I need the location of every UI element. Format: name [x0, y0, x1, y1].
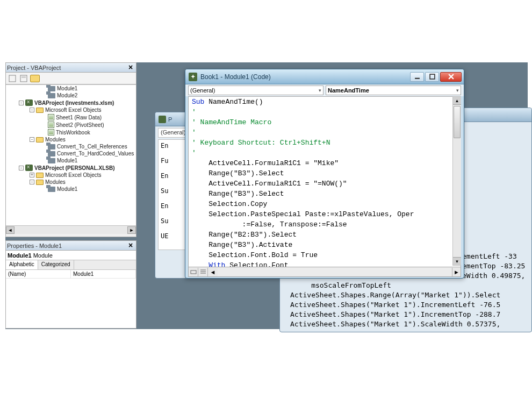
- folder-icon: [36, 137, 44, 142]
- tree-item[interactable]: ThisWorkbook: [6, 129, 136, 136]
- sheet-icon: [48, 122, 54, 128]
- svg-rect-7: [191, 270, 196, 274]
- tree-item[interactable]: Module1: [6, 157, 136, 164]
- project-toolbar: [6, 73, 136, 84]
- scroll-left-icon[interactable]: ◄: [208, 268, 218, 276]
- tree-item-label: Module1: [57, 158, 77, 163]
- procedure-combo[interactable]: NameAndTime▾: [326, 86, 461, 95]
- tree-item[interactable]: +Microsoft Excel Objects: [6, 172, 136, 179]
- tree-toggle-icon[interactable]: +: [30, 173, 34, 177]
- tree-item-label: Modules: [45, 179, 66, 185]
- property-row[interactable]: (Name) Module1: [6, 270, 136, 279]
- toggle-folders-icon[interactable]: [30, 75, 40, 82]
- tree-item[interactable]: -VBAProject (PERSONAL.XLSB): [6, 164, 136, 172]
- tree-item[interactable]: -VBAProject (Investments.xlsm): [6, 99, 136, 106]
- code-window-footer: ◄ ►: [188, 267, 461, 277]
- tree-item-label: Microsoft Excel Objects: [45, 172, 101, 178]
- properties-panel-title: Properties - Module1: [7, 243, 62, 249]
- tree-toggle-icon[interactable]: -: [19, 166, 24, 170]
- proj-icon: [25, 99, 33, 106]
- proj-icon: [25, 165, 33, 171]
- scrollbar-thumb[interactable]: [454, 106, 461, 138]
- tab-alphabetic[interactable]: Alphabetic: [6, 260, 38, 269]
- chevron-down-icon: ▾: [319, 88, 321, 93]
- property-name: (Name): [6, 270, 71, 278]
- chevron-down-icon: ▾: [456, 88, 459, 93]
- tree-toggle-icon[interactable]: -: [30, 108, 34, 112]
- scroll-up-icon[interactable]: ▲: [453, 97, 461, 105]
- tree-item[interactable]: Sheet1 (Raw Data): [6, 113, 136, 121]
- hscroll-track[interactable]: [218, 268, 452, 276]
- scroll-down-icon[interactable]: ▼: [453, 257, 461, 265]
- project-panel-title: Project - VBAProject: [7, 65, 61, 71]
- svg-rect-0: [9, 75, 16, 82]
- project-hscrollbar[interactable]: ◄ ►: [6, 225, 136, 234]
- procedure-view-icon[interactable]: [189, 268, 198, 276]
- svg-rect-1: [20, 75, 27, 82]
- code-window-combos: (General)▾ NameAndTime▾: [185, 84, 464, 96]
- tree-item[interactable]: Module1: [6, 85, 136, 92]
- folder-icon: [36, 173, 44, 178]
- maximize-button[interactable]: [425, 72, 439, 82]
- close-button[interactable]: [440, 72, 462, 82]
- minimize-button[interactable]: [410, 72, 424, 82]
- mod-icon: [48, 86, 55, 91]
- property-value[interactable]: Module1: [71, 270, 136, 278]
- code-window-titlebar[interactable]: ✦ Book1 - Module1 (Code): [185, 69, 464, 84]
- mod-icon: [48, 151, 55, 156]
- scroll-left-icon[interactable]: ◄: [6, 226, 15, 234]
- code-window: ✦ Book1 - Module1 (Code) (General)▾ Name…: [185, 69, 464, 279]
- tree-item[interactable]: Convert_To_HardCoded_Values: [6, 150, 136, 157]
- mod-icon: [48, 158, 55, 163]
- tree-item-label: ThisWorkbook: [56, 130, 90, 136]
- project-tree[interactable]: Module1Module2-VBAProject (Investments.x…: [6, 84, 136, 225]
- mod-icon: [48, 187, 55, 192]
- tree-item[interactable]: -Modules: [6, 136, 136, 143]
- tree-item[interactable]: Module2: [6, 92, 136, 99]
- code-editor[interactable]: Sub NameAndTime()'' NameAndTime Macro'' …: [188, 96, 461, 267]
- tree-item-label: VBAProject (Investments.xlsm): [34, 100, 114, 106]
- mod-icon: [48, 93, 55, 98]
- sheet-icon: [48, 114, 54, 120]
- vertical-scrollbar[interactable]: ▲ ▼: [452, 96, 461, 266]
- folder-icon: [36, 108, 44, 113]
- tree-item[interactable]: Sheet2 (PivotSheet): [6, 121, 136, 129]
- close-icon[interactable]: ×: [126, 242, 135, 250]
- svg-rect-4: [430, 74, 435, 79]
- sheet-icon: [48, 129, 54, 136]
- tab-categorized[interactable]: Categorized: [38, 260, 74, 269]
- properties-grid[interactable]: (Name) Module1: [6, 270, 136, 328]
- tree-item-label: Convert_To_HardCoded_Values: [57, 151, 134, 156]
- project-explorer-panel: Project - VBAProject × Module1Module2-VB…: [5, 62, 136, 237]
- tree-item[interactable]: -Microsoft Excel Objects: [6, 106, 136, 113]
- tree-item-label: Microsoft Excel Objects: [45, 107, 101, 113]
- scroll-right-icon[interactable]: ►: [452, 268, 461, 276]
- project-panel-titlebar: Project - VBAProject ×: [6, 63, 136, 73]
- properties-panel-titlebar: Properties - Module1 ×: [6, 241, 136, 251]
- full-module-view-icon[interactable]: [198, 268, 208, 276]
- tree-item-label: Module2: [57, 92, 77, 98]
- properties-tabs: Alphabetic Categorized: [6, 260, 136, 270]
- tree-item-label: Sheet1 (Raw Data): [56, 115, 102, 120]
- tree-item-label: Module1: [57, 86, 77, 91]
- tree-item-label: VBAProject (PERSONAL.XLSB): [34, 165, 114, 171]
- tree-toggle-icon[interactable]: -: [30, 180, 34, 184]
- tree-toggle-icon[interactable]: -: [30, 137, 34, 142]
- properties-panel: Properties - Module1 × Module1 Module Al…: [5, 240, 136, 329]
- tree-item[interactable]: -Modules: [6, 179, 136, 186]
- properties-object-combo[interactable]: Module1 Module: [6, 251, 136, 260]
- svg-rect-2: [21, 76, 26, 78]
- code-window-title: Book1 - Module1 (Code): [200, 73, 410, 81]
- tree-item[interactable]: Module1: [6, 186, 136, 193]
- tree-item[interactable]: Convert_To_Cell_References: [6, 143, 136, 150]
- close-icon[interactable]: ×: [126, 64, 135, 72]
- scroll-right-icon[interactable]: ►: [127, 226, 136, 234]
- tree-item-label: Modules: [45, 137, 66, 142]
- view-object-icon[interactable]: [19, 74, 28, 83]
- tree-item-label: Convert_To_Cell_References: [57, 144, 127, 149]
- object-combo[interactable]: (General)▾: [188, 86, 323, 95]
- vba-icon: ✦: [189, 73, 197, 81]
- tree-item-label: Sheet2 (PivotSheet): [56, 122, 104, 128]
- tree-toggle-icon[interactable]: -: [19, 101, 24, 105]
- view-code-icon[interactable]: [8, 74, 17, 83]
